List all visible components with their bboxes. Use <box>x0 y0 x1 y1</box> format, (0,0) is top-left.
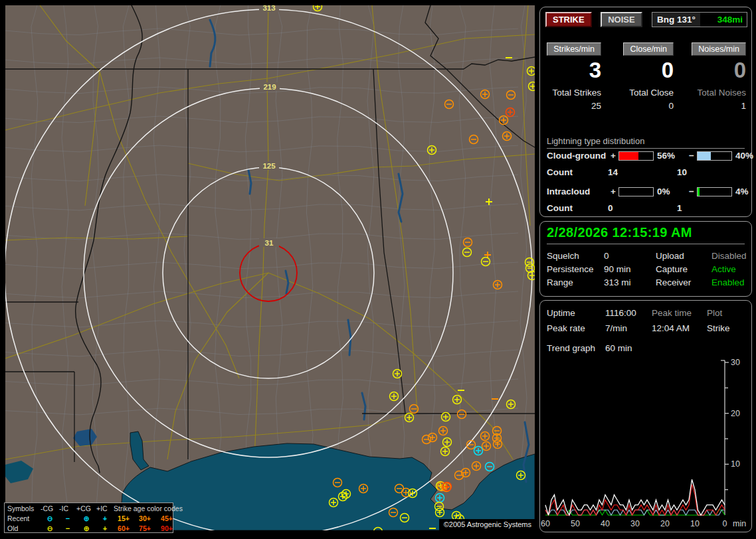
bearing-label: Bng 131° <box>652 13 700 27</box>
ic-minus-bar <box>697 187 732 196</box>
legend-row-old-label: Old <box>7 525 41 532</box>
svg-text:20: 20 <box>731 409 740 418</box>
svg-text:125: 125 <box>262 162 276 170</box>
svg-text:20: 20 <box>660 519 670 528</box>
ic-minus-pct: 4% <box>735 187 756 196</box>
trend-graph-value: 60 min <box>605 343 652 353</box>
ic-count-label: Count <box>547 203 608 213</box>
uptime-value: 1116:00 <box>605 308 652 318</box>
ring-label-313: 313 <box>259 5 279 12</box>
ic-plus-count: 0 <box>608 203 677 213</box>
bearing-readout: Bng 131° 348mi <box>652 12 747 27</box>
plus-sign: + <box>608 187 618 196</box>
cg-minus-bar <box>697 151 732 161</box>
cg-plus-count: 14 <box>608 167 677 177</box>
peak-time-value: 12:04 AM <box>652 323 707 333</box>
cloud-ground-label: Cloud-ground <box>547 151 608 161</box>
ic-plus-bar <box>618 187 654 196</box>
cg-minus-pct: 40% <box>735 151 756 161</box>
plus-sign: + <box>608 151 618 161</box>
intracloud-label: Intracloud <box>547 187 608 196</box>
noises-per-min-value: 0 <box>734 59 746 81</box>
svg-text:30: 30 <box>630 519 640 528</box>
minus-sign: − <box>686 151 697 161</box>
copyright-label: ©2005 Astrogenic Systems <box>439 519 535 530</box>
age-15: 15+ <box>114 515 134 522</box>
age-75: 75+ <box>134 525 156 532</box>
svg-text:10: 10 <box>731 459 740 469</box>
squelch-value: 0 <box>604 251 656 261</box>
chip-noises-per-min[interactable]: Noises/min <box>692 42 746 56</box>
svg-text:10: 10 <box>690 519 700 528</box>
ic-minus-recent-icon: − <box>59 515 76 522</box>
map-svg: 31321912531 <box>5 5 535 530</box>
age-30: 30+ <box>134 515 156 522</box>
map-canvas[interactable]: 31321912531 ©2005 Astrogenic Systems <box>5 5 535 530</box>
plot-value: Strike <box>707 323 749 333</box>
ic-plus-pct: 0% <box>657 187 686 196</box>
cg-minus-count: 10 <box>677 167 687 177</box>
legend-header-ic-plus: +IC <box>96 505 114 512</box>
svg-text:31: 31 <box>265 239 274 247</box>
svg-text:40: 40 <box>601 519 610 528</box>
legend-header-cg-minus: -CG <box>41 505 59 512</box>
peak-time-label: Peak time <box>652 308 707 318</box>
bearing-range-value: 348mi <box>717 15 747 25</box>
total-close-value: 0 <box>668 101 674 111</box>
datetime-display: 2/28/2026 12:15:19 AM <box>547 225 745 244</box>
cg-plus-bar <box>618 151 654 161</box>
ic-plus-recent-icon: + <box>96 515 114 522</box>
svg-text:60: 60 <box>541 519 550 528</box>
svg-text:30: 30 <box>731 358 740 367</box>
total-strikes-value: 25 <box>591 101 601 111</box>
legend-age-title: Strike age color codes <box>114 505 177 512</box>
ic-plus-old-icon: + <box>96 525 114 532</box>
ring-label-219: 219 <box>260 82 280 91</box>
svg-text:0: 0 <box>723 519 727 528</box>
strikes-per-min-value: 3 <box>589 59 601 81</box>
minus-sign: − <box>686 187 697 196</box>
peak-rate-value: 7/min <box>605 323 652 333</box>
age-60: 60+ <box>114 525 134 532</box>
ring-label-125: 125 <box>259 161 279 170</box>
total-close-label: Total Close <box>629 88 674 98</box>
cg-minus-recent-icon: ⊖ <box>41 515 59 522</box>
receiver-label: Receiver <box>656 277 711 287</box>
cg-plus-old-icon: ⊕ <box>76 525 96 532</box>
receiver-status: Enabled <box>711 277 749 287</box>
persistence-value: 90 min <box>604 264 656 274</box>
legend-header-ic-minus: -IC <box>59 505 76 512</box>
distribution-title: Lightning type distribution <box>547 136 745 149</box>
strike-indicator-button[interactable]: STRIKE <box>545 12 592 27</box>
cg-plus-pct: 56% <box>657 151 686 161</box>
ic-minus-count: 1 <box>677 203 682 213</box>
trend-graph-label: Trend graph <box>547 343 605 353</box>
noise-indicator-button[interactable]: NOISE <box>601 12 642 27</box>
app-window: 31321912531 ©2005 Astrogenic Systems Sym… <box>0 0 756 539</box>
svg-text:313: 313 <box>262 5 275 12</box>
stats-panel: STRIKE NOISE Bng 131° 348mi Strikes/min … <box>539 7 752 217</box>
squelch-label: Squelch <box>547 251 604 261</box>
cg-minus-old-icon: ⊖ <box>41 525 59 532</box>
status-panel: 2/28/2026 12:15:19 AM Squelch 0 Upload D… <box>539 221 752 297</box>
cg-plus-recent-icon: ⊕ <box>76 515 96 522</box>
age-45: 45+ <box>156 515 177 522</box>
upload-status: Disabled <box>711 251 749 261</box>
legend-header-cg-plus: +CG <box>76 505 96 512</box>
svg-text:min: min <box>733 519 746 528</box>
legend-header-symbols: Symbols <box>7 505 41 512</box>
total-noises-value: 1 <box>741 101 746 111</box>
capture-status: Active <box>711 264 749 274</box>
capture-label: Capture <box>656 264 711 274</box>
chip-close-per-min[interactable]: Close/min <box>623 42 674 56</box>
svg-text:50: 50 <box>571 519 580 528</box>
total-strikes-label: Total Strikes <box>552 88 601 98</box>
total-noises-label: Total Noises <box>697 88 746 98</box>
chip-strikes-per-min[interactable]: Strikes/min <box>547 42 601 56</box>
plot-label: Plot <box>707 308 749 318</box>
peak-rate-label: Peak rate <box>547 323 605 333</box>
range-value: 313 mi <box>604 277 656 287</box>
age-90: 90+ <box>156 525 177 532</box>
close-per-min-value: 0 <box>662 59 674 81</box>
svg-text:219: 219 <box>263 83 276 91</box>
